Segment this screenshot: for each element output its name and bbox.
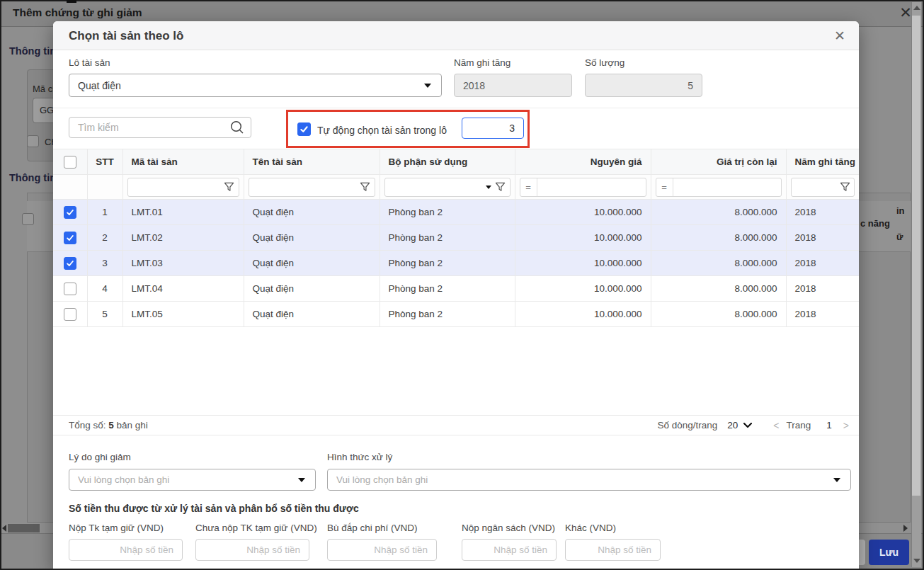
row-checkbox[interactable] [64,232,76,244]
scroll-down-icon[interactable] [913,559,920,563]
reason-select[interactable]: Vui lòng chọn bản ghi [69,469,316,491]
asset-batch-select[interactable]: Quạt điện [69,74,442,97]
cell-ma: LMT.02 [122,225,244,251]
col-header-ten: Tên tài sản [244,149,380,175]
cell-nguyen-gia: 10.000.000 [515,276,651,302]
current-page[interactable]: 1 [826,420,832,431]
next-page-button[interactable]: > [840,420,852,431]
scroll-up-icon[interactable] [913,6,920,10]
money-input-1[interactable]: Nhập số tiền [69,539,183,561]
money-label-3: Bù đắp chi phí (VND) [327,523,418,533]
filter-select-bo-phan[interactable] [384,178,511,197]
filter-row: = = [53,175,859,200]
row-checkbox[interactable] [64,283,76,295]
divider [53,108,859,108]
auto-select-checkbox[interactable] [297,122,311,136]
filter-funnel-icon[interactable] [356,182,375,192]
rows-per-page-label: Số dòng/trang [657,420,717,431]
assets-table: STT Mã tài sản Tên tài sản Bộ phận sử dụ… [53,149,859,327]
filter-funnel-icon[interactable] [491,182,510,192]
auto-select-count-input[interactable]: 3 [462,118,524,139]
row-checkbox[interactable] [64,308,76,321]
cell-nam: 2018 [786,302,859,327]
prev-page-button[interactable]: < [770,420,782,431]
money-label-4: Nộp ngân sách (VND) [462,523,555,533]
equals-operator[interactable]: = [656,178,673,196]
reason-label: Lý do ghi giảm [69,452,131,462]
horizontal-scrollbar-thumb[interactable] [8,524,40,532]
asset-batch-value: Quạt điện [69,80,121,91]
cell-nguyen-gia: 10.000.000 [515,302,651,327]
filter-input-nam[interactable] [791,178,855,197]
rows-per-page-chevron-icon[interactable] [743,423,752,428]
cell-ten: Quạt điện [244,225,380,251]
cell-nam: 2018 [786,225,859,251]
cell-bo-phan: Phòng ban 2 [380,251,515,276]
money-label-5: Khác (VND) [565,523,616,533]
scroll-right-icon[interactable] [903,525,908,532]
cell-ten: Quạt điện [244,251,380,276]
search-icon [229,120,245,135]
cell-ten: Quạt điện [244,276,380,302]
select-all-checkbox[interactable] [64,156,76,169]
filter-funnel-icon[interactable] [835,182,854,192]
money-label-2: Chưa nộp TK tạm giữ (VND) [195,523,317,533]
row-checkbox[interactable] [64,206,76,219]
background-table-checkbox[interactable] [22,213,34,225]
total-suffix: bản ghi [117,420,148,431]
money-section-title: Số tiền thu được từ xử lý tài sản và phâ… [69,503,359,514]
background-checkbox[interactable] [27,135,39,147]
modal-close-icon[interactable]: ✕ [831,27,849,45]
cell-ma: LMT.01 [122,200,244,225]
table-row: 3 LMT.03 Quạt điện Phòng ban 2 10.000.00… [53,251,859,276]
cell-bo-phan: Phòng ban 2 [380,225,515,251]
vertical-scrollbar-thumb[interactable] [912,16,920,496]
cell-stt: 4 [87,276,122,302]
auto-select-label: Tự động chọn tài sản trong lô [317,125,447,136]
cell-ma: LMT.03 [122,251,244,276]
cell-stt: 3 [87,251,122,276]
row-checkbox[interactable] [64,257,76,270]
method-label: Hình thức xử lý [327,452,392,462]
quantity-label: Số lượng [585,57,624,68]
background-section-title-1: Thông tin [9,45,56,57]
money-label-1: Nộp Tk tạm giữ (VND) [69,523,164,533]
filter-input-gia-tri[interactable]: = [656,178,782,197]
search-input[interactable]: Tìm kiếm [69,117,251,138]
money-input-5[interactable]: Nhập số tiền [565,539,661,561]
cell-nam: 2018 [786,200,859,225]
table-header-row: STT Mã tài sản Tên tài sản Bộ phận sử dụ… [53,149,859,175]
cell-nguyen-gia: 10.000.000 [515,251,651,276]
window-artifact [67,0,76,3]
equals-operator[interactable]: = [520,178,537,196]
scroll-left-icon[interactable] [2,525,6,532]
cell-ten: Quạt điện [244,200,380,225]
background-save-button[interactable]: Lưu [869,540,909,565]
method-select[interactable]: Vui lòng chọn bản ghi [327,469,851,491]
cell-gia-tri: 8.000.000 [651,200,786,225]
cell-nam: 2018 [786,251,859,276]
cell-nguyen-gia: 10.000.000 [515,200,651,225]
cell-gia-tri: 8.000.000 [651,276,786,302]
background-column-fragment-3: ữ [896,232,903,242]
filter-input-ma[interactable] [127,178,239,197]
money-input-4[interactable]: Nhập số tiền [462,539,557,561]
filter-input-nguyen-gia[interactable]: = [520,178,646,197]
table-row: 1 LMT.01 Quạt điện Phòng ban 2 10.000.00… [53,200,859,225]
cell-ma: LMT.05 [122,302,244,327]
check-icon [300,125,309,134]
cell-stt: 1 [87,200,122,225]
filter-input-ten[interactable] [249,178,375,197]
money-input-3[interactable]: Nhập số tiền [327,539,437,561]
money-input-2[interactable]: Nhập số tiền [195,539,309,561]
cell-bo-phan: Phòng ban 2 [380,276,515,302]
search-placeholder: Tìm kiếm [69,122,229,133]
table-row: 4 LMT.04 Quạt điện Phòng ban 2 10.000.00… [53,276,859,302]
cell-nam: 2018 [786,276,859,302]
filter-funnel-icon[interactable] [220,182,239,192]
col-header-nam: Năm ghi tăng [786,149,859,175]
background-column-fragment-1: in [896,205,905,216]
method-placeholder: Vui lòng chọn bản ghi [328,474,428,485]
rows-per-page-select[interactable]: 20 [727,420,738,431]
cell-gia-tri: 8.000.000 [651,251,786,276]
